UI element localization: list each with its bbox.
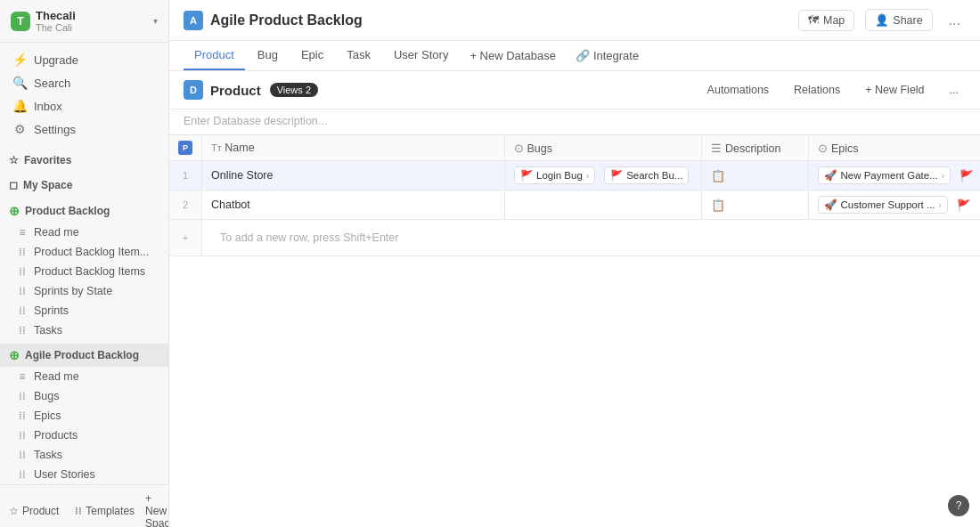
sidebar-item-user-stories[interactable]: ⁞⁞ User Stories	[0, 465, 168, 484]
sidebar-item-tasks[interactable]: ⁞⁞ Tasks	[0, 320, 168, 340]
tab-bug[interactable]: Bug	[247, 41, 289, 70]
footer-new-space[interactable]: + New Space	[145, 492, 169, 527]
add-row-plus-cell[interactable]: +	[169, 220, 202, 256]
row-1-desc-cell[interactable]: 📋	[702, 161, 809, 191]
row-1-epic-1[interactable]: 🚀 New Payment Gate... ›	[818, 166, 951, 184]
sidebar-item-read-me-2[interactable]: ≡ Read me	[0, 367, 168, 386]
db-more-button[interactable]: ...	[943, 80, 966, 100]
row-1-bug-2[interactable]: 🚩 Search Bu...	[604, 166, 689, 184]
new-field-button[interactable]: + New Field	[858, 80, 931, 100]
row-2-epic-1[interactable]: 🚀 Customer Support ... ›	[818, 196, 947, 214]
read-me-1-label: Read me	[34, 226, 79, 239]
share-icon: 👤	[875, 13, 889, 27]
sidebar-item-product-backlog-item-bar[interactable]: ⁞⁞ Product Backlog Item...	[0, 242, 168, 262]
tab-task[interactable]: Task	[336, 41, 381, 70]
agile-product-backlog-header[interactable]: ⊕ Agile Product Backlog	[0, 344, 168, 367]
my-space-header[interactable]: ◻ My Space	[0, 174, 168, 196]
sidebar-item-bugs[interactable]: ⁞⁞ Bugs	[0, 386, 168, 406]
footer-templates-label: Templates	[86, 505, 135, 517]
product-backlog-items-label: Product Backlog Items	[34, 265, 145, 278]
row-1-epics-cell[interactable]: 🚀 New Payment Gate... › 🚩 🚩	[809, 161, 980, 191]
automations-button[interactable]: Automations	[700, 80, 776, 100]
tasks2-icon: ⁞⁞	[16, 449, 29, 461]
tab-user-story[interactable]: User Story	[383, 41, 459, 70]
sidebar-item-epics[interactable]: ⁞⁞ Epics	[0, 406, 168, 426]
bugs-label: Bugs	[34, 390, 60, 402]
bugs-icon: ⁞⁞	[16, 390, 29, 402]
workspace-chevron-icon[interactable]: ▾	[153, 16, 158, 26]
sidebar-item-sprints[interactable]: ⁞⁞ Sprints	[0, 301, 168, 320]
sidebar-item-search[interactable]: 🔍 Search	[0, 71, 168, 94]
workspace-logo-text: T	[17, 15, 23, 28]
workspace-header[interactable]: T Thecali The Cali ▾	[0, 0, 168, 43]
user-stories-icon: ⁞⁞	[16, 468, 29, 481]
add-row-row: + To add a new row, press Shift+Enter	[169, 220, 980, 256]
sidebar-item-read-me-1[interactable]: ≡ Read me	[0, 223, 168, 242]
settings-label: Settings	[34, 123, 76, 136]
sprints-label: Sprints	[34, 304, 69, 317]
help-button[interactable]: ?	[948, 495, 969, 516]
inbox-label: Inbox	[34, 100, 62, 113]
add-row-text: To add a new row, press Shift+Enter	[220, 231, 398, 244]
main-content: A Agile Product Backlog 🗺 Map 👤 Share ..…	[169, 0, 980, 527]
p-badge: P	[178, 141, 192, 155]
sidebar-item-product-backlog-items[interactable]: ⁞⁞ Product Backlog Items	[0, 262, 168, 281]
user-stories-label: User Stories	[34, 468, 95, 481]
product-backlog-header[interactable]: ⊕ Product Backlog	[0, 199, 168, 223]
epics-col-icon: ⊙	[818, 142, 828, 155]
product-backlog-label: Product Backlog	[25, 205, 110, 217]
row-2-num-val: 2	[183, 199, 188, 210]
sidebar-item-settings[interactable]: ⚙ Settings	[0, 118, 168, 141]
tab-task-label: Task	[347, 48, 371, 61]
col-header-epics[interactable]: ⊙ Epics	[809, 135, 980, 161]
row-1-bug-1[interactable]: 🚩 Login Bug ›	[514, 166, 595, 184]
tab-product[interactable]: Product	[184, 41, 245, 70]
row-1-name-cell[interactable]: Online Store	[202, 161, 505, 191]
product-backlog-icon: ⊕	[9, 204, 20, 218]
favorites-header[interactable]: ☆ Favorites	[0, 150, 168, 171]
col-header-num: P	[169, 135, 202, 161]
row-2-name-cell[interactable]: Chatbot	[202, 191, 505, 220]
sidebar-item-products[interactable]: ⁞⁞ Products	[0, 426, 168, 445]
db-description[interactable]: Enter Database description...	[169, 109, 980, 135]
db-icon: D	[184, 80, 203, 100]
bug-2-flag: 🚩	[610, 169, 623, 182]
share-button[interactable]: 👤 Share	[865, 9, 932, 31]
tab-epic[interactable]: Epic	[290, 41, 334, 70]
map-button[interactable]: 🗺 Map	[798, 10, 854, 31]
footer-templates[interactable]: ⁞⁞ Templates	[75, 505, 135, 517]
relations-button[interactable]: Relations	[787, 80, 847, 100]
views-badge[interactable]: Views 2	[270, 83, 318, 97]
col-header-name[interactable]: Tт Name	[202, 135, 505, 161]
map-icon: 🗺	[808, 14, 820, 27]
read-me-1-icon: ≡	[16, 226, 29, 239]
col-header-bugs[interactable]: ⊙ Bugs	[505, 135, 702, 161]
table-row: 1 Online Store 🚩 Login Bug ›	[169, 161, 980, 191]
sidebar-item-sprints-by-state[interactable]: ⁞⁞ Sprints by State	[0, 281, 168, 301]
header-more-button[interactable]: ...	[943, 11, 966, 30]
row-1-num-val: 1	[183, 170, 188, 181]
favorites-label: Favorites	[24, 154, 71, 166]
sidebar-item-inbox[interactable]: 🔔 Inbox	[0, 94, 168, 118]
epics-label: Epics	[34, 409, 61, 422]
workspace-logo: T	[11, 12, 30, 31]
row-2-num: 2	[169, 191, 202, 220]
tab-user-story-label: User Story	[394, 48, 448, 61]
footer-product[interactable]: ☆ Product	[9, 505, 59, 517]
tab-new-database[interactable]: + New Database	[461, 42, 564, 69]
db-more-icon: ...	[950, 84, 959, 96]
add-row-hint: To add a new row, press Shift+Enter	[211, 225, 980, 250]
sidebar-item-upgrade[interactable]: ⚡ Upgrade	[0, 48, 168, 71]
row-2-epics-cell[interactable]: 🚀 Customer Support ... › 🚩	[809, 191, 980, 220]
sidebar-item-tasks2[interactable]: ⁞⁞ Tasks	[0, 445, 168, 465]
tab-integrate[interactable]: 🔗 Integrate	[567, 42, 648, 69]
col-header-description[interactable]: ☰ Description	[702, 135, 809, 161]
read-me-2-icon: ≡	[16, 370, 29, 383]
epic-1-flag: 🚀	[824, 169, 837, 182]
tabs-bar: Product Bug Epic Task User Story + New D…	[169, 41, 980, 71]
tab-product-label: Product	[194, 48, 234, 61]
row-1-bugs-cell[interactable]: 🚩 Login Bug › 🚩 Search Bu...	[505, 161, 702, 191]
row-2-desc-cell[interactable]: 📋	[702, 191, 809, 220]
row-1-name: Online Store	[211, 169, 273, 182]
row-2-bugs-cell[interactable]	[505, 191, 702, 220]
